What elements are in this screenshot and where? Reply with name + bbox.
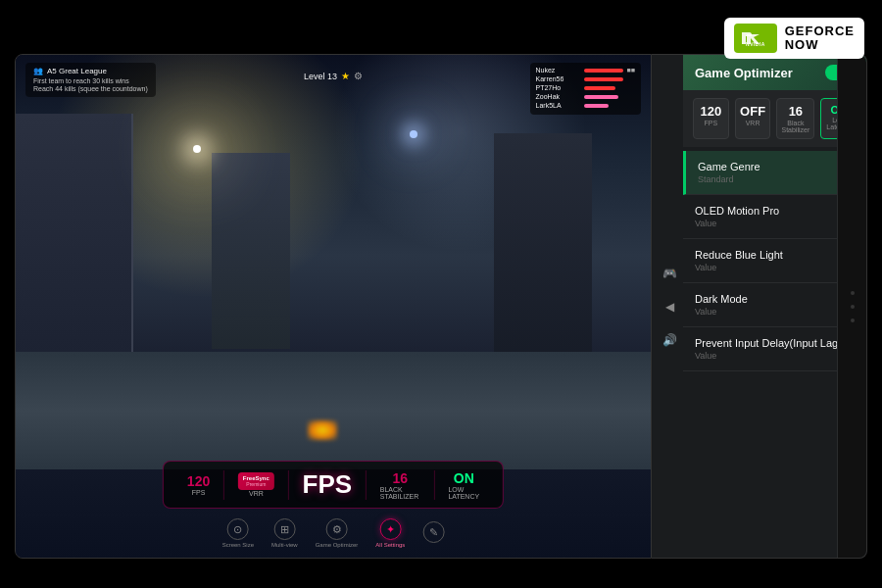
side-icon-back[interactable]: ◀ xyxy=(660,297,679,317)
tv-container: 👥 A5 Great League First team to reach 30… xyxy=(15,54,867,559)
menu-item-dark-mode-value: Value xyxy=(695,307,748,317)
score-name-5: Lark5LA xyxy=(536,102,580,109)
quick-stat-vrr-value: OFF xyxy=(740,104,766,119)
obj-title: First team to reach 30 kills wins xyxy=(33,77,148,84)
quick-stat-fps-label: FPS xyxy=(698,120,724,126)
menu-item-oled-motion-value: Value xyxy=(695,219,779,228)
building-right xyxy=(494,133,592,378)
level-label: Level 13 xyxy=(304,72,337,81)
right-dec-dot-2 xyxy=(851,305,855,309)
all-settings-icon[interactable]: ✦ xyxy=(379,518,401,540)
score-name-1: Nukez xyxy=(536,67,580,74)
side-icon-gamepad[interactable]: 🎮 xyxy=(660,264,679,283)
vrr-label: VRR xyxy=(249,490,264,497)
game-hud-top: 👥 A5 Great League First team to reach 30… xyxy=(25,63,641,115)
stat-divider-3 xyxy=(366,470,367,500)
menu-item-oled-motion-title: OLED Motion Pro xyxy=(695,205,779,217)
score-name-3: PT27Ho xyxy=(536,84,580,91)
menu-item-reduce-blue-light-title: Reduce Blue Light xyxy=(695,249,783,261)
score-bar-4 xyxy=(584,95,618,99)
bottom-icon-screen-size[interactable]: ⊙ Screen Size xyxy=(222,518,254,548)
ground xyxy=(16,352,651,469)
stat-fps-big: FPS xyxy=(295,469,361,500)
menu-item-input-delay-content: Prevent Input Delay(Input Lag) Value xyxy=(695,337,842,361)
stat-divider-1 xyxy=(223,470,224,500)
stats-overlay: 120 FPS FreeSync Premium VRR FPS 16 Blac… xyxy=(163,461,504,509)
freesync-badge: FreeSync Premium xyxy=(238,472,274,490)
league-icon: 👥 xyxy=(33,67,43,75)
stat-divider-2 xyxy=(288,470,289,500)
geforce-label: GEFORCE xyxy=(785,24,855,38)
now-label: NOW xyxy=(785,38,855,52)
score-bar-1 xyxy=(584,69,623,73)
bottom-icon-all-settings[interactable]: ✦ All Settings xyxy=(375,518,405,548)
all-settings-label: All Settings xyxy=(375,542,405,548)
hud-scoreboard: Nukez ■■ Karren56 PT27Ho ZooHak La xyxy=(530,63,641,115)
svg-text:NVIDIA: NVIDIA xyxy=(746,41,765,47)
level-settings-icon: ⚙ xyxy=(354,71,363,81)
quick-stat-vrr: OFF VRR xyxy=(735,98,771,139)
screen-size-label: Screen Size xyxy=(222,542,254,548)
bottom-icon-multiview[interactable]: ⊞ Multi-view xyxy=(271,518,298,548)
light-source-2 xyxy=(410,130,417,138)
stabilizer-label: Black Stabilizer xyxy=(380,486,420,500)
nvidia-badge: NVIDIA GEFORCE NOW xyxy=(724,18,864,59)
hud-left-info: 👥 A5 Great League First team to reach 30… xyxy=(25,63,156,97)
right-dec-dot-3 xyxy=(851,318,855,322)
side-icon-sound[interactable]: 🔊 xyxy=(660,330,679,350)
latency-label: Low Latency xyxy=(448,486,479,500)
menu-item-input-delay-title: Prevent Input Delay(Input Lag) xyxy=(695,337,842,349)
score-row-3: PT27Ho xyxy=(536,84,635,91)
game-optimizer-icon[interactable]: ⚙ xyxy=(326,518,348,540)
right-decoration xyxy=(837,55,866,558)
quick-stat-stabilizer: 16 Black Stabilizer xyxy=(776,98,814,139)
fps-big-value: FPS xyxy=(303,469,353,500)
freesync-sub: Premium xyxy=(243,481,270,487)
fps-120-value: 120 xyxy=(187,473,210,489)
hud-objectives: First team to reach 30 kills wins Reach … xyxy=(33,77,148,92)
hud-level-center: Level 13 ★ ⚙ xyxy=(304,71,363,81)
bottom-icon-edit[interactable]: ✎ xyxy=(422,521,444,545)
multiview-icon[interactable]: ⊞ xyxy=(273,518,295,540)
building-center xyxy=(212,153,290,349)
screen-size-icon[interactable]: ⊙ xyxy=(227,518,249,540)
right-dec-dot-1 xyxy=(851,291,855,295)
menu-item-input-delay-value: Value xyxy=(695,351,842,361)
hud-league: 👥 A5 Great League xyxy=(33,67,148,75)
side-icons: 🎮 ◀ 🔊 xyxy=(660,264,679,350)
building-left xyxy=(16,114,133,388)
score-name-2: Karren56 xyxy=(536,75,580,82)
menu-item-game-genre-title: Game Genre xyxy=(698,161,760,172)
menu-item-reduce-blue-light-value: Value xyxy=(695,263,783,272)
optimizer-title: Game Optimizer xyxy=(695,66,793,80)
stat-divider-4 xyxy=(434,470,435,500)
score-row-5: Lark5LA xyxy=(536,102,635,109)
score-row-4: ZooHak xyxy=(536,93,635,100)
game-optimizer-label: Game Optimizer xyxy=(316,542,359,548)
stat-fps-120: 120 FPS xyxy=(179,473,218,496)
gaming-screen: 👥 A5 Great League First team to reach 30… xyxy=(15,54,652,559)
quick-stat-fps: 120 FPS xyxy=(693,98,729,139)
level-star-icon: ★ xyxy=(341,71,350,81)
score-row-1: Nukez ■■ xyxy=(536,67,635,74)
score-bar-3 xyxy=(584,86,615,90)
multiview-label: Multi-view xyxy=(271,542,298,548)
score-num-1: ■■ xyxy=(627,67,635,74)
bottom-icon-game-optimizer[interactable]: ⚙ Game Optimizer xyxy=(316,518,359,548)
menu-item-reduce-blue-light-content: Reduce Blue Light Value xyxy=(695,249,783,272)
score-name-4: ZooHak xyxy=(536,93,580,100)
score-bar-5 xyxy=(584,104,609,108)
menu-item-oled-motion-content: OLED Motion Pro Value xyxy=(695,205,779,228)
menu-item-game-genre-content: Game Genre Standard xyxy=(698,161,760,184)
edit-icon[interactable]: ✎ xyxy=(422,521,444,543)
stabilizer-value: 16 xyxy=(392,470,408,486)
muzzle-flash xyxy=(308,420,337,440)
bottom-icons: ⊙ Screen Size ⊞ Multi-view ⚙ Game Optimi… xyxy=(222,518,445,548)
quick-stat-stabilizer-label: Black Stabilizer xyxy=(781,120,809,133)
stat-stabilizer: 16 Black Stabilizer xyxy=(372,470,428,500)
quick-stat-stabilizer-value: 16 xyxy=(781,104,809,119)
quick-stat-fps-value: 120 xyxy=(698,104,724,119)
menu-item-game-genre-value: Standard xyxy=(698,174,760,184)
latency-value: ON xyxy=(454,470,474,486)
score-row-2: Karren56 xyxy=(536,75,635,82)
